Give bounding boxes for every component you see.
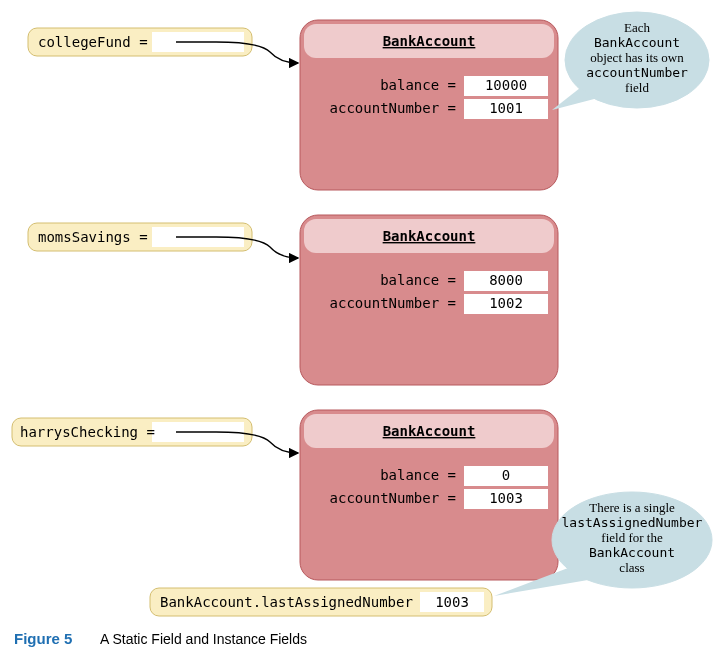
svg-text:class: class	[619, 560, 644, 575]
svg-text:BankAccount: BankAccount	[594, 35, 680, 50]
svg-text:Each: Each	[624, 20, 650, 35]
account-value: 1001	[489, 100, 523, 116]
figure-number: Figure 5	[14, 630, 72, 647]
balance-value: 0	[502, 467, 510, 483]
svg-text:field: field	[625, 80, 649, 95]
svg-text:lastAssignedNumber: lastAssignedNumber	[562, 515, 703, 530]
svg-text:object has its own: object has its own	[590, 50, 684, 65]
svg-text:accountNumber: accountNumber	[586, 65, 688, 80]
account-value: 1002	[489, 295, 523, 311]
callout-instance-field: Each BankAccount object has its own acco…	[552, 12, 709, 110]
figure-caption: A Static Field and Instance Fields	[100, 631, 307, 647]
static-field-value: 1003	[435, 594, 469, 610]
balance-value: 8000	[489, 272, 523, 288]
var-name: collegeFund =	[38, 34, 148, 50]
object-class-name: BankAccount	[383, 33, 476, 49]
balance-label: balance =	[380, 272, 456, 288]
var-name: harrysChecking =	[20, 424, 155, 440]
account-label: accountNumber =	[330, 295, 456, 311]
svg-text:BankAccount: BankAccount	[589, 545, 675, 560]
svg-text:There is a single: There is a single	[589, 500, 675, 515]
balance-label: balance =	[380, 467, 456, 483]
account-value: 1003	[489, 490, 523, 506]
svg-text:field for the: field for the	[601, 530, 663, 545]
object-class-name: BankAccount	[383, 423, 476, 439]
object-class-name: BankAccount	[383, 228, 476, 244]
static-field-label: BankAccount.lastAssignedNumber =	[160, 594, 430, 610]
account-label: accountNumber =	[330, 100, 456, 116]
var-name: momsSavings =	[38, 229, 148, 245]
balance-label: balance =	[380, 77, 456, 93]
balance-value: 10000	[485, 77, 527, 93]
account-label: accountNumber =	[330, 490, 456, 506]
